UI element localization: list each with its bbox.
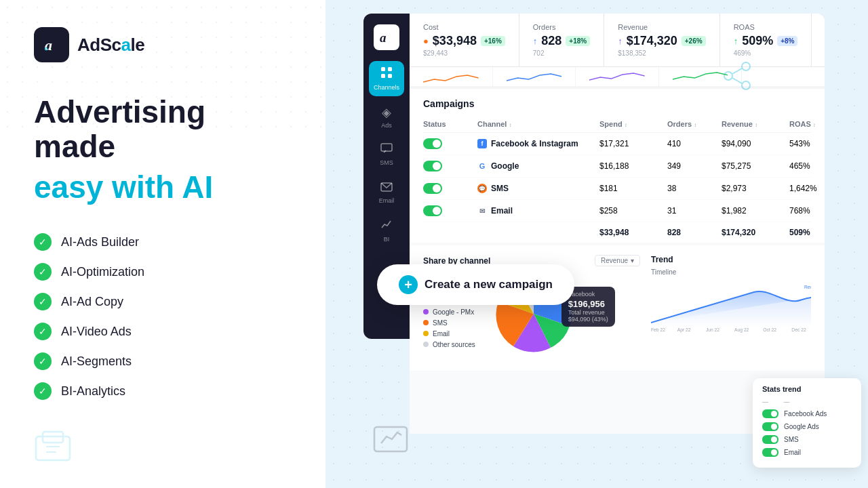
channels-icon — [380, 66, 393, 82]
plus-icon: + — [399, 275, 418, 294]
trend-toggle-google[interactable] — [762, 422, 778, 431]
stats-trend-sms: SMS — [762, 435, 852, 444]
roas-value: 509% — [742, 34, 773, 48]
table-row: G Google $16,188 349 $75,275 465% $46 — [423, 155, 811, 178]
left-panel: a . AdScale Advertising made easy with A… — [0, 0, 326, 488]
trend-toggle-email[interactable] — [762, 448, 778, 457]
revenue-sub: $138,352 — [618, 49, 705, 57]
check-icon: ✓ — [34, 382, 52, 400]
header-channel: Channel ↕ — [477, 120, 599, 128]
trend-toggle-facebook[interactable] — [762, 409, 778, 418]
nav-email-label: Email — [379, 197, 395, 204]
cost-icon: ● — [423, 36, 429, 46]
create-campaign-button[interactable]: + Create a new campaign — [377, 264, 574, 305]
header-spend: Spend ↕ — [599, 120, 667, 128]
header-roas: ROAS ↕ — [789, 120, 825, 128]
toggle-email[interactable] — [423, 205, 442, 216]
feature-item: ✓ AI-Ads Builder — [34, 233, 292, 251]
svg-line-9 — [732, 68, 742, 74]
nav-item-ads[interactable]: ◈ Ads — [369, 99, 404, 134]
table-row: f Facebook & Instagram $17,321 410 $94,0… — [423, 133, 811, 155]
nav-item-email[interactable]: Email — [369, 175, 404, 210]
toggle-google[interactable] — [423, 161, 442, 171]
nav-item-bi[interactable]: BI — [369, 213, 404, 248]
logo-area: a . AdScale — [34, 27, 292, 62]
stat-new: New — — [812, 14, 825, 66]
table-total-row: $33,948 828 $174,320 509% Value — [423, 222, 811, 243]
channel-google: G Google — [477, 161, 599, 171]
channel-email: ✉ Email — [477, 206, 599, 216]
share-icon-decoration — [723, 61, 753, 94]
features-list: ✓ AI-Ads Builder ✓ AI-Optimization ✓ AI-… — [34, 233, 292, 400]
roas-sub: 469% — [734, 49, 798, 57]
cost-label: Cost — [423, 23, 505, 31]
google-icon: G — [477, 161, 487, 171]
stat-orders: Orders ↑ 828 +18% 702 — [519, 14, 604, 66]
dashboard-main: Cost ● $33,948 +16% $29,443 Orders ↑ 828… — [410, 14, 825, 434]
nav-logo: a — [374, 24, 399, 50]
other-dot — [423, 342, 429, 347]
nav-item-sms[interactable]: SMS — [369, 137, 404, 172]
stats-trend-email: Email — [762, 448, 852, 457]
headline-line2: easy with AI — [34, 169, 292, 206]
brand-logo-icon: a . — [34, 27, 69, 62]
sms-icon: 💬 — [477, 184, 487, 193]
right-panel: a Channels ◈ Ads — [326, 0, 868, 488]
feature-label: AI-Segments — [61, 354, 132, 369]
check-icon: ✓ — [34, 263, 52, 281]
bi-icon — [380, 218, 393, 234]
check-icon: ✓ — [34, 352, 52, 370]
channel-sms: 💬 SMS — [477, 184, 599, 193]
svg-point-6 — [742, 62, 750, 70]
stats-trend-facebook: Facebook Ads — [762, 409, 852, 418]
stat-cost: Cost ● $33,948 +16% $29,443 — [410, 14, 519, 66]
nav-item-channels[interactable]: Channels — [369, 61, 404, 96]
email-dot — [423, 331, 429, 336]
cost-badge: +16% — [481, 36, 505, 46]
trend-toggle-sms[interactable] — [762, 435, 778, 444]
legend-other: Other sources — [423, 341, 482, 348]
svg-rect-15 — [381, 74, 385, 78]
roas-label: ROAS — [734, 23, 798, 31]
feature-item: ✓ AI-Optimization — [34, 263, 292, 281]
table-header: Status Channel ↕ Spend ↕ Orders ↕ Re — [423, 116, 811, 133]
stat-roas: ROAS ↑ 509% +8% 469% — [720, 14, 812, 66]
campaigns-title: Campaigns — [423, 98, 811, 109]
toggle-sms[interactable] — [423, 183, 442, 194]
orders-icon: ↑ — [533, 36, 538, 46]
stats-trend-google: Google Ads — [762, 422, 852, 431]
ads-icon: ◈ — [382, 105, 391, 120]
legend-email: Email — [423, 330, 482, 338]
stats-trend-headers: — — — [762, 399, 852, 405]
brand-name: AdScale — [77, 35, 144, 56]
email-row-icon: ✉ — [477, 206, 487, 216]
nav-ads-label: Ads — [381, 122, 392, 129]
feature-label: AI-Ads Builder — [61, 235, 139, 249]
legend-google-pmax: Google - PMx — [423, 308, 482, 316]
svg-text:Revenue: Revenue — [804, 283, 811, 290]
cost-sub: $29,443 — [423, 49, 505, 57]
svg-rect-13 — [381, 67, 385, 71]
svg-rect-14 — [388, 67, 392, 71]
campaigns-section: Campaigns Status Channel ↕ Spend ↕ Order… — [410, 89, 825, 243]
orders-label: Orders — [533, 23, 590, 31]
revenue-icon: ↑ — [618, 36, 623, 46]
stats-trend-card: Stats trend — — Facebook Ads Google Ads … — [753, 378, 861, 468]
revenue-badge: +26% — [682, 36, 706, 46]
dashboard-container: a Channels ◈ Ads — [363, 14, 825, 407]
svg-rect-16 — [388, 74, 392, 78]
revenue-value: $174,320 — [627, 34, 677, 48]
google-pmax-dot — [423, 309, 429, 314]
feature-item: ✓ AI-Ad Copy — [34, 293, 292, 310]
toggle-facebook[interactable] — [423, 138, 442, 149]
orders-sub: 702 — [533, 49, 590, 57]
revenue-label: Revenue — [618, 23, 705, 31]
revenue-dropdown[interactable]: Revenue ▾ — [595, 255, 640, 266]
roas-badge: +8% — [777, 36, 797, 46]
stats-row: Cost ● $33,948 +16% $29,443 Orders ↑ 828… — [410, 14, 825, 67]
chevron-down-icon: ▾ — [631, 257, 634, 264]
orders-badge: +18% — [566, 36, 590, 46]
bottom-deco-icon — [372, 419, 410, 460]
bottom-decoration-icon — [33, 426, 73, 474]
feature-item: ✓ AI-Segments — [34, 352, 292, 370]
